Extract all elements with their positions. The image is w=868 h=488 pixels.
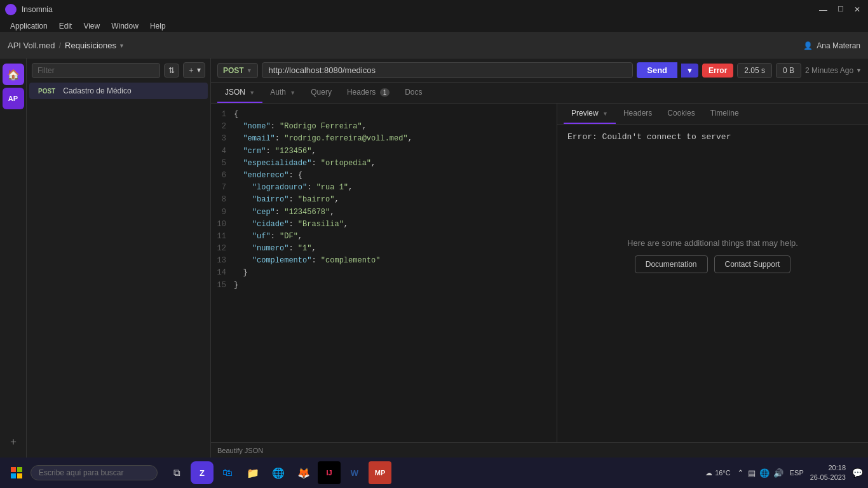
tab-cookies[interactable]: Cookies [660, 104, 702, 124]
home-icon-button[interactable]: 🏠 [3, 64, 24, 85]
taskbar-app-intellij[interactable]: IJ [318, 461, 341, 484]
tab-docs[interactable]: Docs [397, 83, 430, 103]
contact-support-button[interactable]: Contact Support [714, 255, 791, 273]
error-message: Error: Couldn't connect to server [567, 132, 858, 142]
tab-response-headers[interactable]: Headers [616, 104, 660, 124]
tab-auth[interactable]: Auth ▼ [262, 83, 303, 103]
beautify-json-button[interactable]: Beautify JSON [217, 447, 263, 454]
help-text: Here are some additional things that may… [627, 238, 798, 248]
add-request-button[interactable]: ＋ ▾ [183, 62, 205, 78]
documentation-button[interactable]: Documentation [635, 255, 708, 273]
window-controls: — ☐ ✕ [819, 5, 860, 15]
tab-headers[interactable]: Headers 1 [339, 83, 397, 103]
taskbar-app-browser2[interactable]: 🦊 [292, 461, 315, 484]
request-panel: POST ▼ Send ▼ Error 2.05 s 0 B 2 Minutes… [211, 58, 868, 458]
tab-timeline[interactable]: Timeline [703, 104, 747, 124]
add-icon-button[interactable]: ＋ [3, 431, 24, 452]
code-line-3: 3 "email": "rodrigo.ferreira@voll.med", [211, 133, 557, 145]
size-stat: 0 B [776, 63, 801, 78]
send-dropdown-button[interactable]: ▼ [681, 64, 698, 78]
icon-sidebar: 🏠 AP ＋ [0, 58, 27, 458]
taskbar-app-zulip[interactable]: Z [191, 461, 214, 484]
sort-button[interactable]: ⇅ [164, 64, 179, 78]
breadcrumb-api: API Voll.med [8, 41, 55, 50]
request-sidebar: ⇅ ＋ ▾ POST Cadastro de Médico [27, 58, 211, 458]
start-button[interactable] [5, 461, 28, 484]
battery-icon: ▤ [748, 468, 756, 478]
volume-icon[interactable]: 🔊 [773, 468, 783, 478]
code-line-15: 15 } [211, 280, 557, 292]
send-button[interactable]: Send [637, 62, 677, 78]
request-list: POST Cadastro de Médico [27, 82, 210, 458]
taskbar-app-files[interactable]: 📁 [241, 461, 264, 484]
editor-pane[interactable]: 1 { 2 "nome": "Rodrigo Ferreira", 3 "ema… [211, 104, 557, 442]
taskbar-app-store[interactable]: 🛍 [216, 461, 239, 484]
code-line-5: 5 "especialidade": "ortopedia", [211, 158, 557, 170]
network-icon: 🌐 [759, 468, 770, 478]
header: API Voll.med / Requisiciones ▼ 👤 Ana Mat… [0, 33, 868, 58]
request-tab-bar: JSON ▼ Auth ▼ Query Headers 1 Docs [211, 83, 868, 104]
user-info: 👤 Ana Materan [803, 41, 860, 50]
tab-preview[interactable]: Preview ▼ [564, 104, 616, 124]
taskbar-app-chrome[interactable]: 🌐 [267, 461, 290, 484]
url-input[interactable] [262, 62, 634, 78]
tab-query[interactable]: Query [303, 83, 339, 103]
breadcrumb-current[interactable]: Requisiciones ▼ [65, 41, 125, 50]
url-bar: POST ▼ Send ▼ Error 2.05 s 0 B 2 Minutes… [211, 58, 868, 83]
temperature-label: 16°C [715, 469, 731, 477]
code-line-13: 13 "complemento": "complemento" [211, 255, 557, 267]
response-content: Error: Couldn't connect to server Here a… [557, 125, 868, 442]
maximize-button[interactable]: ☐ [837, 5, 844, 15]
menu-window[interactable]: Window [106, 20, 144, 32]
api-icon-button[interactable]: AP [3, 88, 24, 109]
code-line-11: 11 "uf": "DF", [211, 231, 557, 243]
json-tab-arrow-icon: ▼ [249, 90, 255, 96]
date-label: 26-05-2023 [810, 473, 846, 482]
time-label: 20:18 [810, 463, 846, 473]
code-line-1: 1 { [211, 109, 557, 121]
filter-input[interactable] [32, 63, 160, 78]
taskbar: ⧉ Z 🛍 📁 🌐 🦊 IJ W MP ☁ 16°C ⌃ ▤ 🌐 🔊 ESP 2… [0, 458, 868, 488]
taskbar-sys-icons: ⌃ ▤ 🌐 🔊 [737, 468, 783, 478]
breadcrumb: API Voll.med / Requisiciones ▼ [8, 41, 125, 50]
taskbar-app-word[interactable]: W [343, 461, 366, 484]
method-selector[interactable]: POST ▼ [217, 63, 258, 78]
taskbar-task-view[interactable]: ⧉ [165, 461, 188, 484]
taskbar-search-input[interactable] [31, 465, 158, 480]
help-buttons: Documentation Contact Support [635, 255, 790, 273]
code-line-6: 6 "endereco": { [211, 170, 557, 182]
username-label: Ana Materan [817, 41, 860, 50]
method-label: POST [223, 66, 244, 75]
tray-icon[interactable]: ⌃ [737, 468, 744, 478]
request-item[interactable]: POST Cadastro de Médico [29, 83, 208, 99]
menu-view[interactable]: View [78, 20, 105, 32]
error-badge: Error [702, 64, 733, 78]
app-title: Insomnia [22, 5, 819, 14]
app-logo [5, 4, 17, 15]
minimize-button[interactable]: — [819, 5, 827, 15]
method-arrow-icon: ▼ [247, 67, 252, 74]
titlebar: Insomnia — ☐ ✕ [0, 0, 868, 19]
bottom-bar: Beautify JSON [211, 442, 868, 458]
close-button[interactable]: ✕ [854, 5, 860, 15]
preview-tab-arrow-icon: ▼ [602, 111, 608, 117]
taskbar-app-extra[interactable]: MP [369, 461, 391, 484]
breadcrumb-separator: / [58, 41, 61, 50]
code-line-4: 4 "crm": "123456", [211, 146, 557, 158]
language-label: ESP [790, 469, 804, 477]
chevron-down-icon: ▼ [119, 43, 125, 49]
svg-rect-2 [11, 473, 16, 478]
code-line-10: 10 "cidade": "Brasilia", [211, 219, 557, 231]
menu-application[interactable]: Application [5, 20, 53, 32]
menu-edit[interactable]: Edit [54, 20, 78, 32]
tab-json[interactable]: JSON ▼ [217, 83, 262, 103]
time-stat: 2.05 s [737, 63, 772, 78]
user-icon: 👤 [803, 41, 813, 50]
notification-icon[interactable]: 💬 [852, 468, 863, 478]
menubar: Application Edit View Window Help [0, 19, 868, 33]
method-badge-post: POST [36, 87, 58, 95]
sidebar-header: ⇅ ＋ ▾ [27, 58, 210, 82]
auth-tab-arrow-icon: ▼ [290, 90, 295, 96]
code-line-14: 14 } [211, 267, 557, 279]
menu-help[interactable]: Help [145, 20, 171, 32]
